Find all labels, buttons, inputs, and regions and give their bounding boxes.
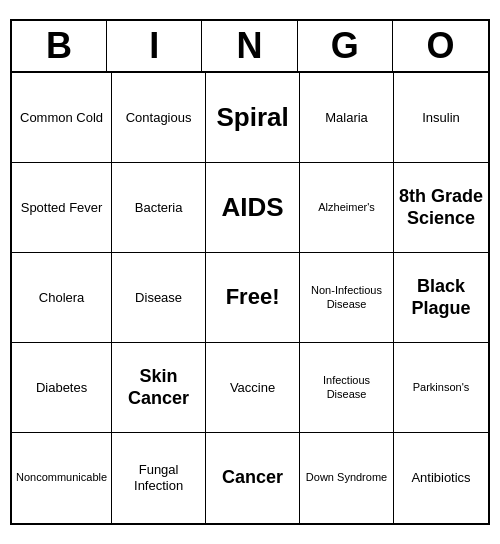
bingo-cell: Malaria [300, 73, 394, 163]
bingo-cell: Cancer [206, 433, 300, 523]
bingo-cell: Free! [206, 253, 300, 343]
bingo-cell: Alzheimer's [300, 163, 394, 253]
bingo-cell: Cholera [12, 253, 112, 343]
bingo-card: BINGO Common ColdContagiousSpiralMalaria… [10, 19, 490, 525]
bingo-cell: Non-Infectious Disease [300, 253, 394, 343]
bingo-header: BINGO [12, 21, 488, 73]
bingo-cell: Spiral [206, 73, 300, 163]
bingo-cell: Insulin [394, 73, 488, 163]
bingo-cell: 8th Grade Science [394, 163, 488, 253]
header-letter: N [202, 21, 297, 71]
bingo-cell: Infectious Disease [300, 343, 394, 433]
bingo-cell: Common Cold [12, 73, 112, 163]
bingo-cell: Spotted Fever [12, 163, 112, 253]
header-letter: O [393, 21, 488, 71]
bingo-cell: Disease [112, 253, 206, 343]
header-letter: G [298, 21, 393, 71]
bingo-cell: Down Syndrome [300, 433, 394, 523]
bingo-cell: Antibiotics [394, 433, 488, 523]
bingo-cell: Vaccine [206, 343, 300, 433]
bingo-cell: Bacteria [112, 163, 206, 253]
bingo-cell: Black Plague [394, 253, 488, 343]
bingo-cell: Skin Cancer [112, 343, 206, 433]
bingo-cell: Contagious [112, 73, 206, 163]
bingo-cell: Noncommunicable [12, 433, 112, 523]
bingo-cell: Parkinson's [394, 343, 488, 433]
bingo-cell: Diabetes [12, 343, 112, 433]
header-letter: I [107, 21, 202, 71]
bingo-cell: AIDS [206, 163, 300, 253]
bingo-cell: Fungal Infection [112, 433, 206, 523]
bingo-grid: Common ColdContagiousSpiralMalariaInsuli… [12, 73, 488, 523]
header-letter: B [12, 21, 107, 71]
